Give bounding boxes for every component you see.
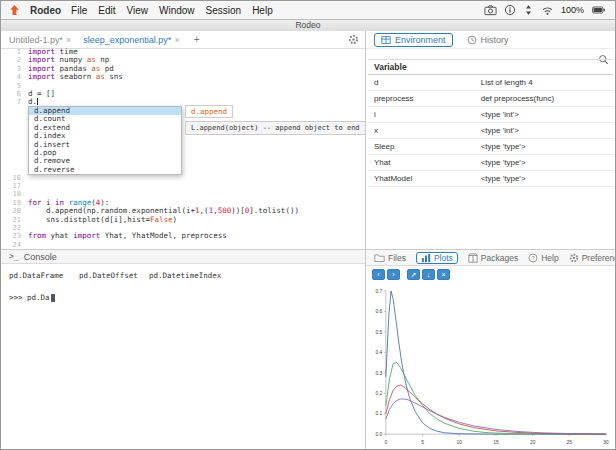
- line-number: [1, 165, 28, 173]
- camera-icon[interactable]: [484, 4, 497, 17]
- rodeo-logo-icon[interactable]: [9, 4, 20, 16]
- svg-text:0: 0: [384, 440, 387, 445]
- tab-plots-label: Plots: [434, 253, 453, 263]
- folder-icon: [374, 253, 385, 263]
- code-line[interactable]: 4import seaborn as sns: [1, 73, 365, 81]
- help-icon: ?: [528, 253, 538, 263]
- next-plot-button[interactable]: ›: [387, 269, 400, 280]
- line-number: 16: [1, 174, 28, 182]
- left-pane: Untitled-1.py*×sleep_exponential.py*× + …: [1, 31, 365, 449]
- console[interactable]: pd.DataFramepd.DateOffsetpd.DatetimeInde…: [1, 265, 365, 449]
- line-number: [1, 132, 28, 140]
- line-number: [1, 123, 28, 131]
- menu-app-name[interactable]: Rodeo: [30, 5, 61, 16]
- variable-table-header: Variable: [368, 59, 613, 75]
- previous-plot-button[interactable]: ‹: [372, 269, 385, 280]
- variable-row[interactable]: Yhat<type 'type'>: [368, 155, 613, 171]
- tab-files-label: Files: [388, 253, 406, 263]
- variable-row[interactable]: Sleep<type 'type'>: [368, 139, 613, 155]
- code-line[interactable]: 23from yhat import Yhat, YhatModel, prep…: [1, 232, 365, 240]
- line-number: 21: [1, 216, 28, 224]
- code-line[interactable]: 17: [1, 182, 365, 190]
- tab-environment-label: Environment: [395, 35, 446, 45]
- delete-plot-button[interactable]: ×: [437, 269, 450, 280]
- variable-row[interactable]: YhatModel<type 'type'>: [368, 171, 613, 187]
- line-number: 5: [1, 82, 28, 90]
- close-tab-icon[interactable]: ×: [174, 35, 179, 45]
- line-number: 4: [1, 73, 28, 81]
- variable-row[interactable]: preprocessdef preprocess(func): [368, 91, 613, 107]
- text-cursor: [37, 98, 38, 105]
- console-prompt-line[interactable]: >>> pd.Da: [9, 293, 357, 302]
- gear-icon: [348, 34, 359, 45]
- variable-value: def preprocess(func): [481, 91, 613, 106]
- autocomplete-item[interactable]: d.reverse: [29, 166, 181, 174]
- tab-history[interactable]: History: [467, 35, 509, 45]
- console-header[interactable]: >_ Console: [1, 249, 365, 264]
- variable-value: <type 'int'>: [481, 107, 613, 122]
- line-number: [1, 157, 28, 165]
- variable-value: List of length 4: [481, 75, 613, 90]
- plot-panel: 0.00.10.20.30.40.50.60.7051015202530: [368, 285, 613, 447]
- code-line[interactable]: 5: [1, 82, 365, 90]
- line-number: 18: [1, 190, 28, 198]
- bar-chart-icon: [421, 253, 431, 263]
- menu-view[interactable]: View: [126, 5, 148, 16]
- expand-plot-button[interactable]: ↗: [407, 269, 420, 280]
- menu-status-area: 100%: [484, 4, 607, 17]
- editor-tab-2[interactable]: sleep_exponential.py*×: [83, 35, 179, 45]
- code-line[interactable]: 6d = []: [1, 90, 365, 98]
- variable-row[interactable]: i<type 'int'>: [368, 107, 613, 123]
- line-number: 1: [1, 48, 28, 56]
- code-editor[interactable]: 1import time2import numpy as np3import p…: [1, 48, 365, 249]
- bottom-panel-tabs: Files Plots Packages: [366, 249, 615, 266]
- updown-arrows-icon[interactable]: [523, 4, 534, 16]
- console-suggestion: pd.DateOffset: [79, 271, 149, 280]
- variable-name: Yhat: [368, 155, 481, 170]
- variable-name: preprocess: [368, 91, 481, 106]
- battery-icon[interactable]: [591, 4, 607, 16]
- line-number: 23: [1, 232, 28, 240]
- wifi-icon[interactable]: [541, 4, 554, 16]
- gear-icon: [569, 253, 579, 263]
- menu-session[interactable]: Session: [206, 5, 242, 16]
- tab-help[interactable]: ? Help: [528, 253, 558, 263]
- code-text: from yhat import Yhat, YhatModel, prepro…: [28, 232, 227, 240]
- variable-rows: dList of length 4preprocessdef preproces…: [368, 75, 613, 187]
- line-number: [1, 140, 28, 148]
- code-text: sns.distplot(d[i],hist=False): [28, 216, 177, 224]
- line-number: 7: [1, 98, 28, 106]
- tab-preferences[interactable]: Preferences: [569, 253, 616, 263]
- console-title: Console: [24, 252, 57, 262]
- code-line[interactable]: 21 sns.distplot(d[i],hist=False): [1, 216, 365, 224]
- new-tab-button[interactable]: +: [194, 34, 200, 45]
- svg-text:0.7: 0.7: [375, 289, 382, 294]
- variable-row[interactable]: dList of length 4: [368, 75, 613, 91]
- line-number: 24: [1, 241, 28, 249]
- tab-packages[interactable]: Packages: [468, 253, 518, 263]
- menu-window[interactable]: Window: [159, 5, 195, 16]
- svg-text:0.2: 0.2: [375, 391, 382, 396]
- variable-row[interactable]: x<type 'int'>: [368, 123, 613, 139]
- editor-tab-1[interactable]: Untitled-1.py*×: [9, 35, 71, 45]
- code-line[interactable]: 24: [1, 241, 365, 249]
- tab-files[interactable]: Files: [374, 253, 406, 263]
- tab-packages-label: Packages: [481, 253, 518, 263]
- svg-text:0.5: 0.5: [375, 330, 382, 335]
- svg-text:5: 5: [421, 440, 424, 445]
- editor-settings-button[interactable]: [348, 34, 359, 47]
- variable-column-header: Variable: [368, 60, 481, 74]
- variable-value: <type 'int'>: [481, 123, 613, 138]
- macos-menu-bar: Rodeo FileEditViewWindowSessionHelp: [1, 1, 615, 20]
- console-input[interactable]: >>> pd.Da: [9, 293, 50, 302]
- menu-edit[interactable]: Edit: [98, 5, 115, 16]
- save-plot-button[interactable]: ↓: [422, 269, 435, 280]
- tab-plots[interactable]: Plots: [416, 252, 458, 264]
- vertical-splitter[interactable]: [365, 31, 366, 449]
- console-suggestion: pd.DatetimeIndex: [149, 271, 219, 280]
- close-tab-icon[interactable]: ×: [66, 35, 71, 45]
- menu-help[interactable]: Help: [252, 5, 273, 16]
- tab-environment[interactable]: Environment: [374, 33, 453, 47]
- menu-file[interactable]: File: [71, 5, 87, 16]
- info-icon[interactable]: [504, 4, 516, 16]
